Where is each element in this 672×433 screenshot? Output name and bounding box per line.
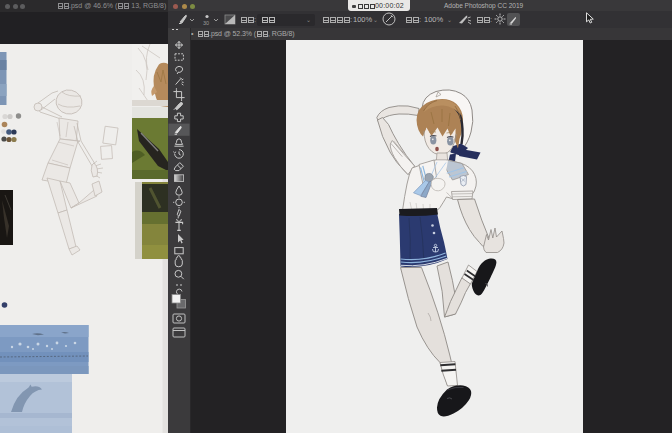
svg-text:30: 30 xyxy=(203,20,209,26)
